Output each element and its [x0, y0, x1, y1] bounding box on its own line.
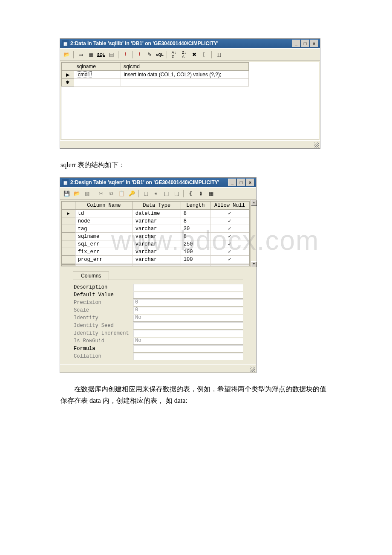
col-header-null[interactable]: Allow Null: [210, 202, 249, 210]
table-row[interactable]: tagvarchar30✓: [62, 225, 249, 233]
app-icon: ▦: [62, 179, 69, 186]
data-grid[interactable]: sqlname sqlcmd ▶ cmd1 Insert into data (…: [61, 62, 249, 87]
prop-value[interactable]: [133, 345, 243, 353]
data-window: ▦ 2:Data in Table 'sqllib' in 'DB1' on '…: [60, 38, 320, 149]
resize-grip-icon[interactable]: [314, 142, 319, 147]
design-window: www.bdocx.com ▦ 2:Design Table 'sqlerr' …: [60, 177, 257, 373]
empty-row[interactable]: [62, 265, 249, 266]
scroll-down-icon[interactable]: ▾: [251, 261, 257, 267]
prop-value[interactable]: [133, 284, 243, 291]
show-grid-icon[interactable]: ▦: [86, 50, 95, 59]
show-diagram-icon[interactable]: ▭: [76, 50, 85, 59]
right-icon[interactable]: ⟫: [196, 189, 205, 198]
save-icon[interactable]: 💾: [62, 189, 71, 198]
col-header-sqlname[interactable]: sqlname: [74, 63, 121, 71]
minimize-button[interactable]: _: [292, 40, 300, 47]
cancel-icon[interactable]: !: [135, 50, 144, 59]
columns-tab[interactable]: Columns: [73, 272, 109, 280]
toolbar: 💾 📂 ▧ ✂ ⧉ 📋 🔑 ⬚ ⚭ ⬚ ⬚ ⟪ ⟫ ▦: [60, 187, 256, 200]
resize-grip-icon[interactable]: [250, 367, 255, 372]
syntax-icon[interactable]: sQL: [155, 50, 164, 59]
run-icon[interactable]: !: [121, 50, 130, 59]
remove-filter-icon[interactable]: ✖: [190, 50, 199, 59]
maximize-button[interactable]: □: [301, 40, 309, 47]
app-icon: ▦: [62, 40, 69, 47]
filter-icon[interactable]: 〘: [200, 50, 209, 59]
col-header-sqlcmd[interactable]: sqlcmd: [121, 63, 248, 71]
new-icon[interactable]: ◫: [214, 50, 223, 59]
body-paragraph-1: sqlerr 表的结构如下：: [61, 159, 331, 171]
table-row[interactable]: sql_errvarchar250✓: [62, 240, 249, 248]
table-row[interactable]: ▶ cmd1 Insert into data (COL1, COL2) val…: [62, 71, 249, 79]
prop-label: Precision: [73, 300, 133, 306]
open-icon[interactable]: 📂: [62, 50, 71, 59]
prop-value: 0: [133, 307, 243, 314]
paste-icon[interactable]: 📋: [117, 189, 126, 198]
prop-value[interactable]: [133, 292, 243, 299]
manage-icon[interactable]: ▧: [82, 189, 92, 198]
minimize-button[interactable]: _: [228, 179, 236, 186]
window-title: 2:Design Table 'sqlerr' in 'DB1' on 'GE3…: [70, 179, 228, 185]
new-row-icon: ✱: [62, 79, 74, 87]
prop-label: Identity: [73, 315, 133, 321]
row-pointer-icon: ▶: [62, 71, 74, 79]
key-icon[interactable]: 🔑: [127, 189, 136, 198]
prop-label: Default Value: [73, 292, 133, 298]
sort-desc-icon[interactable]: Z↓A: [179, 50, 189, 59]
sort-asc-icon[interactable]: A↓Z: [169, 50, 179, 59]
table-row[interactable]: nodevarchar8✓: [62, 217, 249, 225]
col-header-type[interactable]: Data Type: [133, 202, 181, 210]
trigger-icon[interactable]: ⬚: [172, 189, 181, 198]
prop-value: [133, 330, 243, 337]
table-row[interactable]: prog_errvarchar100✓: [62, 256, 249, 263]
statusbar: [60, 140, 320, 148]
table-row[interactable]: sqlnamevarchar8✓: [62, 233, 249, 240]
prop-value: [133, 353, 243, 360]
show-results-icon[interactable]: ▤: [107, 50, 116, 59]
window-title: 2:Data in Table 'sqllib' in 'DB1' on 'GE…: [70, 40, 292, 46]
cell-sqlname[interactable]: cmd1: [77, 71, 92, 78]
cell-sqlcmd[interactable]: Insert into data (COL1, COL2) values (?,…: [121, 71, 248, 79]
grid-icon[interactable]: ▦: [206, 189, 216, 198]
table-row[interactable]: ▶tddatetime8✓: [62, 210, 249, 217]
check-icon[interactable]: ⬚: [161, 189, 171, 198]
titlebar: ▦ 2:Design Table 'sqlerr' in 'DB1' on 'G…: [60, 178, 256, 187]
open-icon[interactable]: 📂: [72, 189, 81, 198]
titlebar: ▦ 2:Data in Table 'sqllib' in 'DB1' on '…: [60, 39, 320, 48]
close-button[interactable]: ×: [310, 40, 318, 47]
close-button[interactable]: ×: [246, 179, 254, 186]
verify-sql-icon[interactable]: ✎: [145, 50, 154, 59]
copy-icon[interactable]: ⧉: [107, 189, 116, 198]
vertical-scrollbar[interactable]: ▴ ▾: [251, 200, 256, 267]
relations-icon[interactable]: ⚭: [151, 189, 161, 198]
col-header-name[interactable]: Column Name: [75, 202, 133, 210]
prop-value: No: [133, 315, 243, 322]
new-row[interactable]: ✱: [62, 79, 249, 87]
prop-label: Is RowGuid: [73, 338, 133, 344]
prop-label: Identity Seed: [73, 323, 133, 329]
prop-label: Scale: [73, 307, 133, 313]
body-paragraph-2: 在数据库内创建相应用来保存数据的表，例如，希望将两个类型为浮点的数据块的值保存在…: [61, 383, 331, 406]
table-row[interactable]: fix_errvarchar100✓: [62, 248, 249, 256]
col-header-len[interactable]: Length: [181, 202, 210, 210]
maximize-button[interactable]: □: [237, 179, 245, 186]
prop-value: No: [133, 338, 243, 345]
show-sql-icon[interactable]: SQL: [96, 50, 106, 59]
design-grid[interactable]: Column Name Data Type Length Allow Null …: [61, 201, 249, 266]
prop-label: Identity Increment: [73, 330, 133, 336]
prop-label: Formula: [73, 346, 133, 352]
cut-icon[interactable]: ✂: [96, 189, 106, 198]
column-properties: Description Default Value Precision0 Sca…: [73, 280, 243, 360]
toolbar: 📂 ▭ ▦ SQL ▤ ! ! ✎ sQL A↓Z Z↓A ✖ 〘 ◫: [60, 48, 320, 61]
prop-label: Collation: [73, 353, 133, 359]
scroll-up-icon[interactable]: ▴: [251, 200, 257, 206]
prop-value: 0: [133, 299, 243, 306]
statusbar: [60, 364, 256, 373]
index-icon[interactable]: ⬚: [141, 189, 150, 198]
prop-value: [133, 322, 243, 330]
prop-label: Description: [73, 284, 133, 290]
left-icon[interactable]: ⟪: [186, 189, 195, 198]
